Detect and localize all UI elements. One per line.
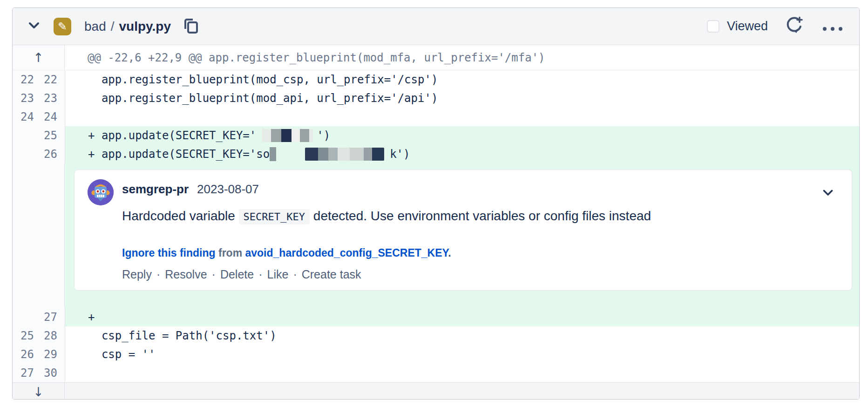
- line-number-gutter[interactable]: 25 28: [13, 326, 65, 345]
- delete-action[interactable]: Delete: [220, 268, 254, 281]
- old-line-number: 23: [13, 92, 34, 105]
- collapse-comment-button[interactable]: [821, 188, 835, 199]
- arrow-down-icon: ↓: [33, 385, 44, 399]
- code-text: app.register_blueprint(mod_csp, url_pref…: [65, 70, 859, 89]
- file-name: vulpy.py: [119, 19, 171, 34]
- diff-line-added: 25 + app.update(SECRET_KEY=''): [13, 126, 859, 145]
- file-more-menu-button[interactable]: [820, 18, 845, 35]
- new-line-number: 22: [39, 73, 57, 86]
- file-dir: bad: [84, 19, 106, 34]
- rule-link[interactable]: avoid_hardcoded_config_SECRET_KEY: [245, 247, 448, 259]
- chevron-down-icon: [823, 190, 833, 197]
- collapse-file-button[interactable]: [27, 20, 41, 33]
- diff-line: 24 24: [13, 108, 859, 126]
- diff-line: 22 22 app.register_blueprint(mod_csp, ur…: [13, 70, 859, 89]
- chevron-down-icon: [28, 22, 40, 31]
- reply-action[interactable]: Reply: [122, 268, 152, 281]
- copy-icon: [183, 17, 199, 35]
- code-text: +: [65, 308, 859, 326]
- redacted-secret: [257, 129, 316, 142]
- code-text: + app.update(SECRET_KEY='sok'): [65, 145, 859, 163]
- old-line-number: 25: [13, 329, 34, 342]
- expand-down-gutter: ↓: [13, 383, 65, 400]
- add-file-comment-button[interactable]: [783, 14, 806, 39]
- diff-line-added: 27 +: [13, 308, 859, 326]
- comment-add-icon: [785, 16, 804, 37]
- viewed-label: Viewed: [727, 19, 768, 34]
- avatar: [88, 179, 114, 205]
- diff-body: ↑ @@ -22,6 +22,9 @@ app.register_bluepri…: [13, 45, 859, 400]
- old-line-number: 22: [13, 73, 34, 86]
- file-modified-icon: ✎: [54, 18, 71, 35]
- new-line-number: 29: [39, 348, 57, 361]
- new-line-number: 25: [39, 129, 57, 142]
- line-number-gutter[interactable]: 26 29: [13, 345, 65, 364]
- ignore-finding-link[interactable]: Ignore this finding: [122, 247, 216, 259]
- diff-file-card: ✎ bad/vulpy.py Viewed: [12, 7, 860, 400]
- line-number-gutter[interactable]: 24 24: [13, 108, 65, 126]
- comment-card: semgrep-pr 2023-08-07 Hardcoded variable…: [74, 170, 852, 291]
- expand-bottom-row: ↓: [13, 382, 859, 400]
- line-number-gutter[interactable]: 27: [13, 308, 65, 326]
- comment-body: Hardcoded variable SECRET_KEY detected. …: [122, 209, 651, 224]
- new-line-number: 30: [39, 366, 57, 380]
- line-number-gutter[interactable]: 27 30: [13, 364, 65, 382]
- new-line-number: 27: [39, 311, 57, 324]
- redacted-secret: [270, 147, 276, 161]
- new-line-number: 23: [39, 92, 57, 105]
- code-text: app.register_blueprint(mod_api, url_pref…: [65, 89, 859, 108]
- code-text: csp_file = Path('csp.txt'): [65, 326, 859, 345]
- comment-actions: Reply·Resolve·Delete·Like·Create task: [122, 268, 651, 281]
- old-line-number: 24: [13, 110, 34, 123]
- redacted-secret: [305, 148, 384, 161]
- code-text: + app.update(SECRET_KEY=''): [65, 126, 859, 145]
- copy-path-button[interactable]: [181, 15, 201, 37]
- resolve-action[interactable]: Resolve: [165, 268, 207, 281]
- diff-line: 25 28 csp_file = Path('csp.txt'): [13, 326, 859, 345]
- diff-line: 23 23 app.register_blueprint(mod_api, ur…: [13, 89, 859, 108]
- line-number-gutter[interactable]: 25: [13, 126, 65, 145]
- comment-container: semgrep-pr 2023-08-07 Hardcoded variable…: [65, 163, 859, 308]
- inline-code-chip: SECRET_KEY: [239, 209, 310, 224]
- hunk-header-row: ↑ @@ -22,6 +22,9 @@ app.register_bluepri…: [13, 45, 859, 70]
- expand-lines-down-button[interactable]: ↓: [33, 386, 44, 398]
- diff-line: 27 30: [13, 364, 859, 382]
- code-text: [65, 364, 859, 382]
- new-line-number: 24: [39, 110, 57, 123]
- expand-lines-up-button[interactable]: ↑: [33, 51, 44, 64]
- create-task-action[interactable]: Create task: [302, 268, 361, 281]
- new-line-number: 26: [39, 148, 57, 161]
- comment-author-link[interactable]: semgrep-pr: [122, 182, 189, 197]
- like-action[interactable]: Like: [267, 268, 289, 281]
- code-text: csp = '': [65, 345, 859, 364]
- code-text: [65, 108, 859, 126]
- line-number-gutter[interactable]: 23 23: [13, 89, 65, 108]
- old-line-number: 27: [13, 366, 34, 380]
- file-path: bad/vulpy.py: [84, 19, 171, 34]
- new-line-number: 28: [39, 329, 57, 342]
- diff-line-added: 26 + app.update(SECRET_KEY='sok'): [13, 145, 859, 163]
- expand-up-gutter: ↑: [13, 45, 65, 70]
- line-number-gutter[interactable]: 26: [13, 145, 65, 163]
- comment-date: 2023-08-07: [197, 182, 259, 197]
- file-header: ✎ bad/vulpy.py Viewed: [13, 8, 859, 45]
- viewed-checkbox[interactable]: [707, 20, 719, 33]
- line-number-gutter[interactable]: 22 22: [13, 70, 65, 89]
- old-line-number: 26: [13, 348, 34, 361]
- diff-line: 26 29 csp = '': [13, 345, 859, 364]
- hunk-header-text: @@ -22,6 +22,9 @@ app.register_blueprint…: [65, 45, 859, 70]
- inline-comment-row: semgrep-pr 2023-08-07 Hardcoded variable…: [13, 163, 859, 308]
- robot-avatar-icon: [88, 179, 114, 205]
- arrow-up-icon: ↑: [33, 50, 44, 65]
- ellipsis-icon: [822, 20, 843, 34]
- path-separator: /: [106, 19, 119, 34]
- comment-gutter: [13, 163, 65, 308]
- finding-links: Ignore this finding from avoid_hardcoded…: [122, 247, 651, 259]
